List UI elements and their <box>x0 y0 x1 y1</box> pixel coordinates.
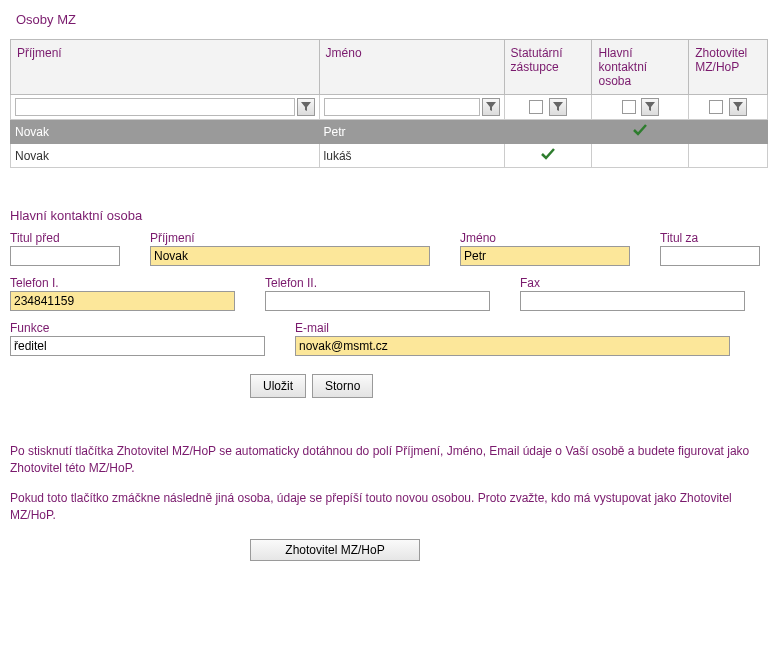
input-email[interactable] <box>295 336 730 356</box>
filter-contractor-checkbox[interactable] <box>709 100 723 114</box>
input-fax[interactable] <box>520 291 745 311</box>
input-surname[interactable] <box>150 246 430 266</box>
filter-main-contact-checkbox[interactable] <box>622 100 636 114</box>
cell-contractor <box>689 144 768 168</box>
filter-surname-input[interactable] <box>15 98 295 116</box>
filter-icon[interactable] <box>641 98 659 116</box>
input-phone2[interactable] <box>265 291 490 311</box>
input-firstname[interactable] <box>460 246 630 266</box>
info-text: Po stisknutí tlačítka Zhotovitel MZ/HoP … <box>10 443 768 525</box>
cell-firstname: lukáš <box>319 144 504 168</box>
filter-icon[interactable] <box>482 98 500 116</box>
input-title-after[interactable] <box>660 246 760 266</box>
cell-contractor <box>689 120 768 144</box>
cell-statutory <box>504 144 592 168</box>
people-grid: Příjmení Jméno Statutární zástupce Hlavn… <box>10 39 768 168</box>
contractor-button[interactable]: Zhotovitel MZ/HoP <box>250 539 420 561</box>
check-icon <box>540 147 556 164</box>
filter-statutory-checkbox[interactable] <box>529 100 543 114</box>
cell-surname: Novak <box>11 144 320 168</box>
filter-icon[interactable] <box>549 98 567 116</box>
col-main-contact[interactable]: Hlavní kontaktní osoba <box>592 40 689 95</box>
table-row[interactable]: NovakPetr <box>11 120 768 144</box>
grid-header-row: Příjmení Jméno Statutární zástupce Hlavn… <box>11 40 768 95</box>
col-surname[interactable]: Příjmení <box>11 40 320 95</box>
label-phone2: Telefon II. <box>265 276 490 290</box>
grid-filter-row <box>11 95 768 120</box>
info-paragraph-2: Pokud toto tlačítko zmáčkne následně jin… <box>10 490 768 525</box>
label-surname: Příjmení <box>150 231 430 245</box>
label-phone1: Telefon I. <box>10 276 235 290</box>
label-email: E-mail <box>295 321 730 335</box>
col-contractor[interactable]: Zhotovitel MZ/HoP <box>689 40 768 95</box>
table-row[interactable]: Novaklukáš <box>11 144 768 168</box>
col-statutory[interactable]: Statutární zástupce <box>504 40 592 95</box>
label-firstname: Jméno <box>460 231 630 245</box>
filter-firstname-input[interactable] <box>324 98 480 116</box>
cell-surname: Novak <box>11 120 320 144</box>
check-icon <box>632 123 648 140</box>
filter-icon[interactable] <box>297 98 315 116</box>
input-phone1[interactable] <box>10 291 235 311</box>
input-function[interactable] <box>10 336 265 356</box>
label-function: Funkce <box>10 321 265 335</box>
filter-icon[interactable] <box>729 98 747 116</box>
cell-main-contact <box>592 144 689 168</box>
cell-main-contact <box>592 120 689 144</box>
page-title: Osoby MZ <box>16 12 768 27</box>
col-firstname[interactable]: Jméno <box>319 40 504 95</box>
detail-section-title: Hlavní kontaktní osoba <box>10 208 768 223</box>
info-paragraph-1: Po stisknutí tlačítka Zhotovitel MZ/HoP … <box>10 443 768 478</box>
cancel-button[interactable]: Storno <box>312 374 373 398</box>
cell-statutory <box>504 120 592 144</box>
label-fax: Fax <box>520 276 745 290</box>
label-title-after: Titul za <box>660 231 760 245</box>
cell-firstname: Petr <box>319 120 504 144</box>
label-title-before: Titul před <box>10 231 120 245</box>
save-button[interactable]: Uložit <box>250 374 306 398</box>
input-title-before[interactable] <box>10 246 120 266</box>
